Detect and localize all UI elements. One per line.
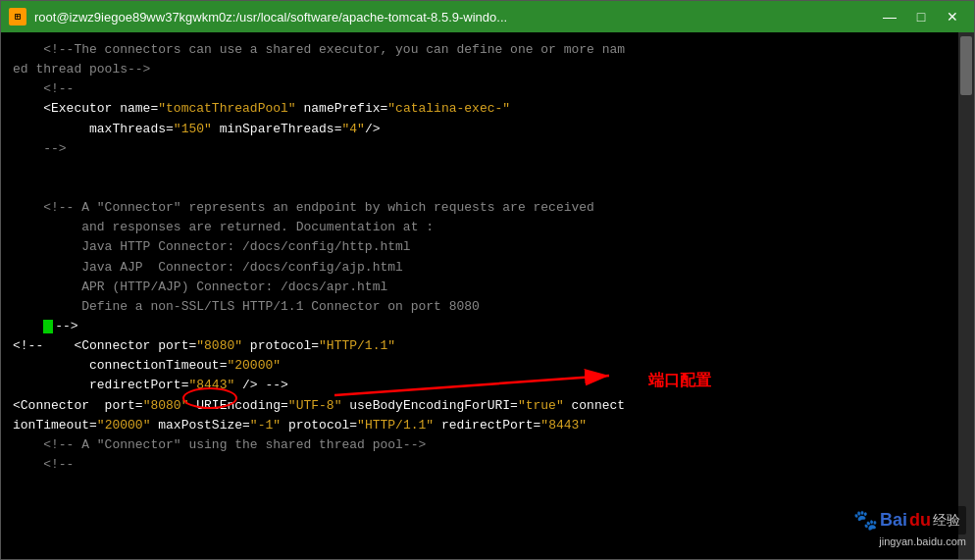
line-3: <!-- [13, 79, 947, 99]
line-9: <!-- A "Connector" represents an endpoin… [13, 198, 947, 218]
line-2: ed thread pools--> [13, 60, 947, 79]
line-7 [13, 159, 947, 178]
window-controls: — □ ✕ [876, 6, 966, 27]
app-icon: ⊞ [9, 8, 26, 25]
line-1: <!--The connectors can use a shared exec… [13, 40, 947, 60]
line-11: Java HTTP Connector: /docs/config/http.h… [13, 237, 947, 257]
scroll-thumb[interactable] [960, 36, 972, 95]
content-area: <!--The connectors can use a shared exec… [1, 32, 974, 559]
line-5: maxThreads="150" minSpareThreads="4"/> [13, 120, 947, 139]
line-21: <!-- A "Connector" using the shared thre… [13, 435, 947, 455]
terminal-content[interactable]: <!--The connectors can use a shared exec… [1, 32, 958, 559]
line-22: <!-- [13, 455, 947, 475]
scrollbar[interactable] [958, 32, 974, 559]
line-8 [13, 178, 947, 198]
line-20: ionTimeout="20000" maxPostSize="-1" prot… [13, 416, 947, 435]
line-18: redirectPort="8443" /> --> [13, 376, 947, 395]
line-12: Java AJP Connector: /docs/config/ajp.htm… [13, 258, 947, 278]
maximize-button[interactable]: □ [907, 6, 935, 27]
terminal-window: ⊞ root@izwz9iegoe89ww37kgwkm0z:/usr/loca… [0, 0, 975, 560]
minimize-button[interactable]: — [876, 6, 903, 27]
close-button[interactable]: ✕ [939, 6, 966, 27]
line-15: --> [13, 317, 947, 336]
line-4: <Executor name="tomcatThreadPool" namePr… [13, 99, 947, 119]
line-13: APR (HTTP/AJP) Connector: /docs/apr.html [13, 278, 947, 297]
line-14: Define a non-SSL/TLS HTTP/1.1 Connector … [13, 297, 947, 317]
line-16: <!-- <Connector port="8080" protocol="HT… [13, 336, 947, 356]
title-bar: ⊞ root@izwz9iegoe89ww37kgwkm0z:/usr/loca… [1, 1, 974, 32]
line-19: <Connector port="8080" URIEncoding="UTF-… [13, 396, 947, 416]
window-title: root@izwz9iegoe89ww37kgwkm0z:/usr/local/… [34, 10, 868, 25]
line-6: --> [13, 139, 947, 159]
line-17: connectionTimeout="20000" [13, 356, 947, 376]
line-10: and responses are returned. Documentatio… [13, 218, 947, 237]
